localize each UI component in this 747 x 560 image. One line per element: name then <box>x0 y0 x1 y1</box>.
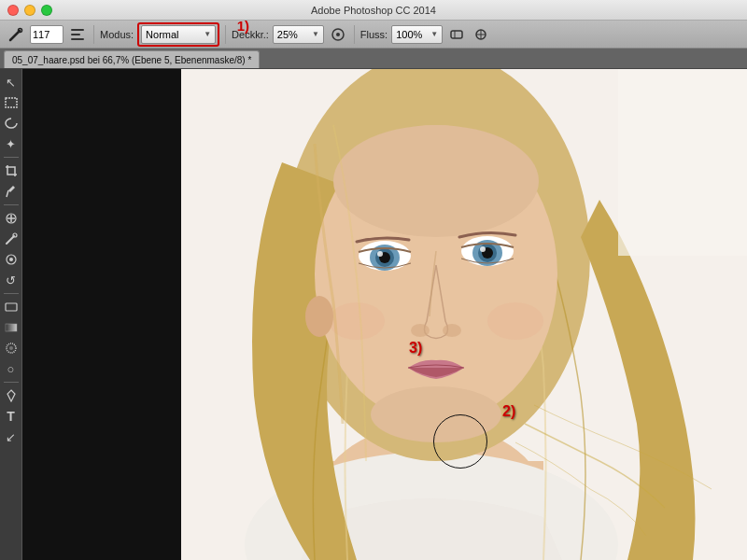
extra-option-1-icon[interactable] <box>446 24 467 45</box>
mode-label: Modus: <box>100 29 134 40</box>
svg-point-42 <box>480 246 486 252</box>
tool-separator-1 <box>4 157 19 158</box>
tool-clone-stamp[interactable] <box>2 250 21 269</box>
mode-dropdown[interactable]: Normal ▼ <box>141 25 216 44</box>
brush-options-icon[interactable] <box>67 24 88 45</box>
opacity-value: 25% <box>277 29 298 40</box>
annotation-1: 1) <box>237 18 249 34</box>
svg-rect-7 <box>451 31 462 38</box>
brush-size-input[interactable]: 117 <box>30 25 63 44</box>
tool-separator-3 <box>4 293 19 294</box>
tool-direct-select[interactable]: ↙ <box>2 427 21 446</box>
svg-point-44 <box>443 324 461 337</box>
svg-point-32 <box>487 302 543 340</box>
tab-label: 05_07_haare.psd bei 66,7% (Ebene 5, Eben… <box>12 55 251 65</box>
tool-marquee[interactable] <box>2 93 21 112</box>
svg-point-23 <box>9 346 13 350</box>
svg-rect-21 <box>6 324 17 331</box>
tool-gradient[interactable] <box>2 318 21 337</box>
svg-rect-4 <box>71 38 84 40</box>
svg-point-43 <box>411 324 430 337</box>
tool-eyedropper[interactable] <box>2 182 21 201</box>
tool-magic-wand[interactable]: ✦ <box>2 134 21 153</box>
svg-rect-20 <box>6 303 17 311</box>
canvas-area[interactable]: 2) 3) <box>22 69 747 560</box>
svg-point-46 <box>305 296 333 337</box>
flow-label: Fluss: <box>360 29 388 40</box>
svg-rect-2 <box>71 29 84 31</box>
mode-dropdown-highlight: Normal ▼ <box>137 22 219 47</box>
svg-line-0 <box>10 31 20 40</box>
toolbox-sidebar: ↖ ✦ ↺ <box>0 69 22 560</box>
mode-value: Normal <box>146 29 178 40</box>
tool-healing[interactable] <box>2 209 21 228</box>
airbrush-icon[interactable] <box>328 24 348 45</box>
tool-eraser[interactable] <box>2 298 21 316</box>
tool-type[interactable]: T <box>2 407 21 426</box>
svg-point-17 <box>13 233 17 237</box>
canvas-dark-panel <box>22 69 181 560</box>
tool-blur[interactable] <box>2 339 21 357</box>
app-title: Adobe Photoshop CC 2014 <box>311 5 436 16</box>
tool-history-brush[interactable]: ↺ <box>2 271 21 289</box>
svg-point-37 <box>377 251 383 257</box>
svg-rect-47 <box>618 69 747 256</box>
tool-brush[interactable] <box>2 230 21 248</box>
svg-rect-3 <box>71 34 80 35</box>
mode-dropdown-arrow: ▼ <box>204 30 211 38</box>
canvas-image[interactable]: 2) 3) <box>181 69 747 560</box>
svg-point-45 <box>371 386 501 442</box>
title-bar: Adobe Photoshop CC 2014 <box>0 0 747 21</box>
svg-point-19 <box>9 258 13 261</box>
close-button[interactable] <box>7 5 19 16</box>
tool-separator-2 <box>4 204 19 205</box>
extra-option-2-icon[interactable] <box>471 24 491 45</box>
divider-2 <box>225 25 226 44</box>
portrait-svg <box>181 69 747 560</box>
svg-point-30 <box>333 125 539 237</box>
tab-bar: 05_07_haare.psd bei 66,7% (Ebene 5, Eben… <box>0 49 747 69</box>
tool-separator-4 <box>4 382 19 383</box>
document-tab[interactable]: 05_07_haare.psd bei 66,7% (Ebene 5, Eben… <box>4 50 260 68</box>
traffic-lights <box>0 5 52 16</box>
main-area: ↖ ✦ ↺ <box>0 69 747 560</box>
toolbar: 117 Modus: 1) Normal ▼ Deckkr.: 25% ▼ <box>0 21 747 49</box>
tool-lasso[interactable] <box>2 114 21 133</box>
tool-crop[interactable] <box>2 161 21 180</box>
tool-dodge[interactable]: ○ <box>2 359 21 378</box>
opacity-dropdown[interactable]: 25% ▼ <box>273 25 324 44</box>
svg-line-13 <box>7 190 8 197</box>
svg-point-6 <box>336 33 340 36</box>
brush-tool-icon[interactable] <box>6 24 26 45</box>
brush-size-value: 117 <box>33 29 49 40</box>
svg-rect-12 <box>6 98 17 107</box>
tool-pen[interactable] <box>2 386 21 405</box>
divider-3 <box>354 25 355 44</box>
divider-1 <box>93 25 94 44</box>
flow-value: 100% <box>396 29 422 40</box>
flow-dropdown-arrow: ▼ <box>430 30 438 38</box>
tool-move[interactable]: ↖ <box>2 73 21 91</box>
maximize-button[interactable] <box>41 5 52 16</box>
minimize-button[interactable] <box>24 5 35 16</box>
flow-dropdown[interactable]: 100% ▼ <box>391 25 443 44</box>
opacity-dropdown-arrow: ▼ <box>312 30 319 38</box>
